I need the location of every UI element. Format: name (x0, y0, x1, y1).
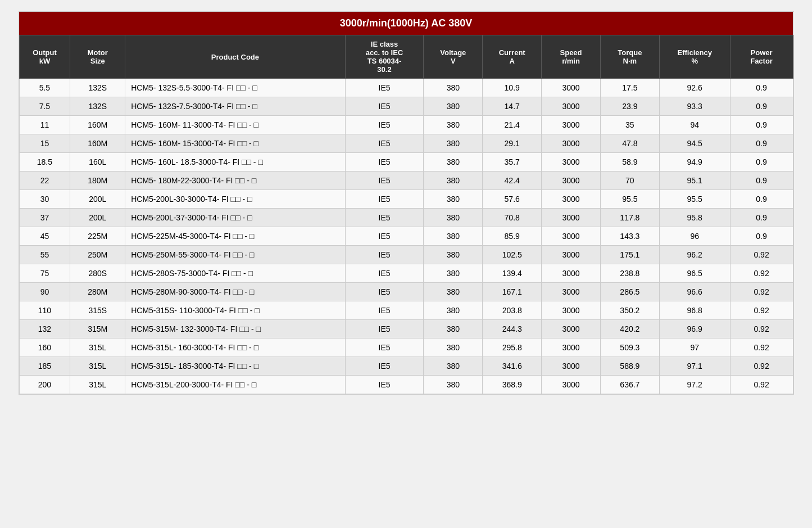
table-row: 11160MHCM5- 160M- 11-3000-T4- FI □□ - □I… (19, 116, 793, 134)
cell-efficiency_pct: 97.1 (659, 357, 730, 376)
cell-current_a: 203.8 (483, 301, 542, 320)
table-row: 200315LHCM5-315L-200-3000-T4- FI □□ - □I… (19, 376, 793, 394)
cell-voltage_v: 380 (424, 116, 483, 134)
cell-product_code: HCM5- 132S-5.5-3000-T4- FI □□ - □ (125, 79, 345, 97)
table-row: 5.5132SHCM5- 132S-5.5-3000-T4- FI □□ - □… (19, 79, 793, 97)
cell-product_code: HCM5-225M-45-3000-T4- FI □□ - □ (125, 227, 345, 246)
cell-torque_nm: 143.3 (600, 227, 659, 246)
cell-efficiency_pct: 93.3 (659, 97, 730, 116)
cell-motor_size: 180M (70, 172, 125, 190)
cell-torque_nm: 286.5 (600, 283, 659, 301)
cell-torque_nm: 35 (600, 116, 659, 134)
cell-efficiency_pct: 96.6 (659, 283, 730, 301)
table-row: 37200LHCM5-200L-37-3000-T4- FI □□ - □IE5… (19, 209, 793, 227)
cell-current_a: 139.4 (483, 264, 542, 283)
table-row: 160315LHCM5-315L- 160-3000-T4- FI □□ - □… (19, 339, 793, 357)
cell-voltage_v: 380 (424, 339, 483, 357)
cell-voltage_v: 380 (424, 97, 483, 116)
cell-speed_rmin: 3000 (542, 283, 601, 301)
cell-speed_rmin: 3000 (542, 357, 601, 376)
table-row: 90280MHCM5-280M-90-3000-T4- FI □□ - □IE5… (19, 283, 793, 301)
cell-torque_nm: 58.9 (600, 153, 659, 172)
cell-motor_size: 160M (70, 116, 125, 134)
cell-output_kw: 45 (19, 227, 70, 246)
cell-speed_rmin: 3000 (542, 209, 601, 227)
cell-power_factor: 0.9 (730, 209, 793, 227)
cell-speed_rmin: 3000 (542, 116, 601, 134)
table-body: 5.5132SHCM5- 132S-5.5-3000-T4- FI □□ - □… (19, 79, 793, 394)
cell-output_kw: 15 (19, 134, 70, 153)
table-row: 75280SHCM5-280S-75-3000-T4- FI □□ - □IE5… (19, 264, 793, 283)
cell-product_code: HCM5- 180M-22-3000-T4- FI □□ - □ (125, 172, 345, 190)
cell-product_code: HCM5-315L- 160-3000-T4- FI □□ - □ (125, 339, 345, 357)
cell-torque_nm: 17.5 (600, 79, 659, 97)
cell-output_kw: 22 (19, 172, 70, 190)
header-row: OutputkW MotorSize Product Code IE class… (19, 35, 793, 79)
cell-motor_size: 225M (70, 227, 125, 246)
cell-power_factor: 0.9 (730, 116, 793, 134)
table-title: 3000r/min(1000Hz) AC 380V (19, 12, 793, 35)
cell-motor_size: 315L (70, 357, 125, 376)
cell-ie_class: IE5 (345, 320, 424, 339)
cell-output_kw: 132 (19, 320, 70, 339)
cell-efficiency_pct: 97.2 (659, 376, 730, 394)
cell-torque_nm: 70 (600, 172, 659, 190)
cell-speed_rmin: 3000 (542, 320, 601, 339)
cell-power_factor: 0.9 (730, 79, 793, 97)
table-row: 110315SHCM5-315S- 110-3000-T4- FI □□ - □… (19, 301, 793, 320)
cell-power_factor: 0.9 (730, 172, 793, 190)
cell-voltage_v: 380 (424, 79, 483, 97)
cell-ie_class: IE5 (345, 97, 424, 116)
main-table-wrapper: 3000r/min(1000Hz) AC 380V OutputkW Motor… (19, 11, 794, 395)
cell-output_kw: 160 (19, 339, 70, 357)
cell-output_kw: 5.5 (19, 79, 70, 97)
cell-product_code: HCM5-280S-75-3000-T4- FI □□ - □ (125, 264, 345, 283)
cell-power_factor: 0.92 (730, 283, 793, 301)
cell-current_a: 10.9 (483, 79, 542, 97)
cell-output_kw: 75 (19, 264, 70, 283)
cell-output_kw: 18.5 (19, 153, 70, 172)
cell-product_code: HCM5- 132S-7.5-3000-T4- FI □□ - □ (125, 97, 345, 116)
cell-efficiency_pct: 97 (659, 339, 730, 357)
cell-voltage_v: 380 (424, 227, 483, 246)
cell-efficiency_pct: 95.1 (659, 172, 730, 190)
cell-current_a: 295.8 (483, 339, 542, 357)
cell-power_factor: 0.92 (730, 264, 793, 283)
cell-motor_size: 160L (70, 153, 125, 172)
cell-torque_nm: 175.1 (600, 246, 659, 264)
col-header-torque: TorqueN·m (600, 35, 659, 79)
table-row: 30200LHCM5-200L-30-3000-T4- FI □□ - □IE5… (19, 190, 793, 209)
col-header-ie: IE classacc. to IECTS 60034-30.2 (345, 35, 424, 79)
cell-efficiency_pct: 95.8 (659, 209, 730, 227)
cell-power_factor: 0.92 (730, 376, 793, 394)
cell-voltage_v: 380 (424, 357, 483, 376)
cell-speed_rmin: 3000 (542, 301, 601, 320)
cell-product_code: HCM5-315M- 132-3000-T4- FI □□ - □ (125, 320, 345, 339)
cell-current_a: 167.1 (483, 283, 542, 301)
col-header-motor: MotorSize (70, 35, 125, 79)
cell-ie_class: IE5 (345, 283, 424, 301)
cell-ie_class: IE5 (345, 301, 424, 320)
col-header-voltage: VoltageV (424, 35, 483, 79)
cell-speed_rmin: 3000 (542, 264, 601, 283)
cell-efficiency_pct: 95.5 (659, 190, 730, 209)
col-header-output: OutputkW (19, 35, 70, 79)
cell-efficiency_pct: 96.5 (659, 264, 730, 283)
cell-speed_rmin: 3000 (542, 376, 601, 394)
cell-power_factor: 0.92 (730, 246, 793, 264)
cell-power_factor: 0.9 (730, 153, 793, 172)
cell-output_kw: 90 (19, 283, 70, 301)
cell-current_a: 341.6 (483, 357, 542, 376)
cell-product_code: HCM5-315L-200-3000-T4- FI □□ - □ (125, 376, 345, 394)
table-row: 15160MHCM5- 160M- 15-3000-T4- FI □□ - □I… (19, 134, 793, 153)
table-row: 7.5132SHCM5- 132S-7.5-3000-T4- FI □□ - □… (19, 97, 793, 116)
cell-efficiency_pct: 96.8 (659, 301, 730, 320)
cell-speed_rmin: 3000 (542, 190, 601, 209)
cell-speed_rmin: 3000 (542, 97, 601, 116)
cell-ie_class: IE5 (345, 134, 424, 153)
cell-efficiency_pct: 96.2 (659, 246, 730, 264)
product-table: 3000r/min(1000Hz) AC 380V OutputkW Motor… (19, 12, 793, 394)
cell-speed_rmin: 3000 (542, 246, 601, 264)
cell-torque_nm: 95.5 (600, 190, 659, 209)
cell-speed_rmin: 3000 (542, 172, 601, 190)
